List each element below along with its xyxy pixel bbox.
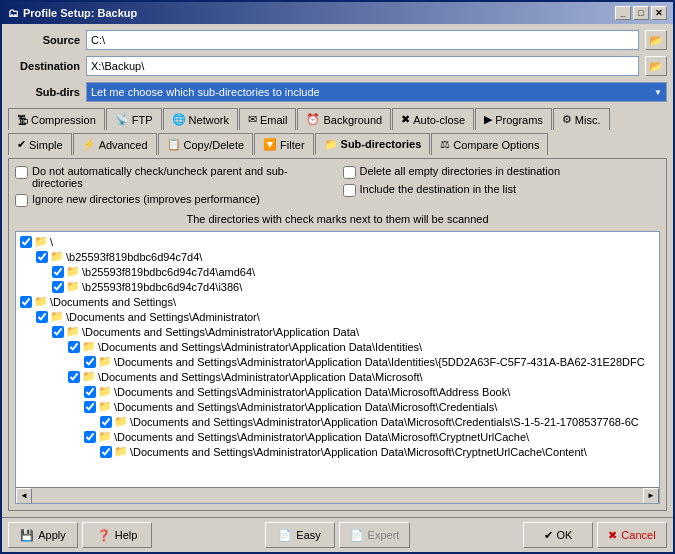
check2-label: Ignore new directories (improves perform… <box>32 193 260 205</box>
network-icon: 🌐 <box>172 113 186 126</box>
check2-input[interactable] <box>15 194 28 207</box>
tree-label-5: \Documents and Settings\Administrator\ <box>66 311 260 323</box>
main-window: 🗂 Profile Setup: Backup _ □ ✕ Source 📂 D… <box>0 0 675 554</box>
source-row: Source 📂 <box>8 30 667 50</box>
tree-check-14[interactable] <box>100 446 112 458</box>
apply-button[interactable]: 💾 Apply <box>8 522 78 548</box>
tab-compression-label: Compression <box>31 114 96 126</box>
tree-label-7: \Documents and Settings\Administrator\Ap… <box>98 341 422 353</box>
help-label: Help <box>115 529 138 541</box>
tab-filter-label: Filter <box>280 139 304 151</box>
tree-check-5[interactable] <box>36 311 48 323</box>
subdirs-dropdown-arrow: ▼ <box>654 88 662 97</box>
tab-network-label: Network <box>189 114 229 126</box>
tab-ftp-label: FTP <box>132 114 153 126</box>
tab-network[interactable]: 🌐 Network <box>163 108 238 130</box>
tree-label-4: \Documents and Settings\ <box>50 296 176 308</box>
check3-row: Delete all empty directories in destinat… <box>343 165 661 179</box>
tree-item-12: 📁 \Documents and Settings\Administrator\… <box>18 414 657 429</box>
expert-button[interactable]: 📄 Expert <box>339 522 411 548</box>
tree-check-8[interactable] <box>84 356 96 368</box>
close-button[interactable]: ✕ <box>651 6 667 20</box>
h-scrollbar[interactable]: ◄ ► <box>16 487 659 503</box>
checkbox-col-right: Delete all empty directories in destinat… <box>343 165 661 207</box>
tree-check-6[interactable] <box>52 326 64 338</box>
subdirectories-icon: 📁 <box>324 138 338 151</box>
tabs-row1: 🗜 Compression 📡 FTP 🌐 Network ✉ Email ⏰ … <box>8 108 667 130</box>
tab-copydelete[interactable]: 📋 Copy/Delete <box>158 133 254 155</box>
tree-check-4[interactable] <box>20 296 32 308</box>
tree-check-11[interactable] <box>84 401 96 413</box>
autoclose-icon: ✖ <box>401 113 410 126</box>
destination-row: Destination 📂 <box>8 56 667 76</box>
tree-check-2[interactable] <box>52 266 64 278</box>
folder-icon-4: 📁 <box>34 295 48 308</box>
folder-icon-8: 📁 <box>98 355 112 368</box>
tree-check-1[interactable] <box>36 251 48 263</box>
tab-autoclose-label: Auto-close <box>413 114 465 126</box>
tree-label-6: \Documents and Settings\Administrator\Ap… <box>82 326 359 338</box>
check1-input[interactable] <box>15 166 28 179</box>
ok-button[interactable]: ✔ OK <box>523 522 593 548</box>
tree-check-root[interactable] <box>20 236 32 248</box>
easy-button[interactable]: 📄 Easy <box>265 522 335 548</box>
tree-check-12[interactable] <box>100 416 112 428</box>
check2-row: Ignore new directories (improves perform… <box>15 193 333 207</box>
tree-item-2: 📁 \b25593f819bdbc6d94c7d4\amd64\ <box>18 264 657 279</box>
tree-item-9: 📁 \Documents and Settings\Administrator\… <box>18 369 657 384</box>
tree-item-14: 📁 \Documents and Settings\Administrator\… <box>18 444 657 459</box>
tree-item-6: 📁 \Documents and Settings\Administrator\… <box>18 324 657 339</box>
scroll-left-button[interactable]: ◄ <box>16 488 32 504</box>
tree-check-9[interactable] <box>68 371 80 383</box>
tab-ftp[interactable]: 📡 FTP <box>106 108 162 130</box>
tab-email-label: Email <box>260 114 288 126</box>
tab-misc[interactable]: ⚙ Misc. <box>553 108 610 130</box>
background-icon: ⏰ <box>306 113 320 126</box>
tab-advanced[interactable]: ⚡ Advanced <box>73 133 157 155</box>
compression-icon: 🗜 <box>17 114 28 126</box>
tree-item-1: 📁 \b25593f819bdbc6d94c7d4\ <box>18 249 657 264</box>
cancel-button[interactable]: ✖ Cancel <box>597 522 667 548</box>
folder-icon-11: 📁 <box>98 400 112 413</box>
check3-input[interactable] <box>343 166 356 179</box>
tab-filter[interactable]: 🔽 Filter <box>254 133 313 155</box>
check4-label: Include the destination in the list <box>360 183 517 195</box>
tree-item-3: 📁 \b25593f819bdbc6d94c7d4\i386\ <box>18 279 657 294</box>
subdirs-dropdown[interactable]: Let me choose which sub-directories to i… <box>86 82 667 102</box>
tree-label-12: \Documents and Settings\Administrator\Ap… <box>130 416 639 428</box>
tree-scroll[interactable]: 📁 \ 📁 \b25593f819bdbc6d94c7d4\ 📁 \b25593… <box>16 232 659 487</box>
tab-compareoptions[interactable]: ⚖ Compare Options <box>431 133 548 155</box>
tree-check-7[interactable] <box>68 341 80 353</box>
bottom-bar: 💾 Apply ❓ Help 📄 Easy 📄 Expert ✔ OK <box>2 517 673 552</box>
checkboxes-area: Do not automatically check/uncheck paren… <box>15 165 660 207</box>
check3-label: Delete all empty directories in destinat… <box>360 165 561 177</box>
minimize-button[interactable]: _ <box>615 6 631 20</box>
destination-browse-button[interactable]: 📂 <box>645 56 667 76</box>
destination-input[interactable] <box>86 56 639 76</box>
checkbox-col-left: Do not automatically check/uncheck paren… <box>15 165 333 207</box>
tab-email[interactable]: ✉ Email <box>239 108 297 130</box>
tree-label-8: \Documents and Settings\Administrator\Ap… <box>114 356 645 368</box>
maximize-button[interactable]: □ <box>633 6 649 20</box>
folder-icon-5: 📁 <box>50 310 64 323</box>
tree-label-9: \Documents and Settings\Administrator\Ap… <box>98 371 423 383</box>
tree-check-3[interactable] <box>52 281 64 293</box>
tab-autoclose[interactable]: ✖ Auto-close <box>392 108 474 130</box>
tree-item-5: 📁 \Documents and Settings\Administrator\ <box>18 309 657 324</box>
tab-compression[interactable]: 🗜 Compression <box>8 108 105 130</box>
tree-label-1: \b25593f819bdbc6d94c7d4\ <box>66 251 202 263</box>
tree-check-13[interactable] <box>84 431 96 443</box>
source-input[interactable] <box>86 30 639 50</box>
easy-label: Easy <box>296 529 320 541</box>
tab-programs[interactable]: ▶ Programs <box>475 108 552 130</box>
scroll-right-button[interactable]: ► <box>643 488 659 504</box>
tab-background[interactable]: ⏰ Background <box>297 108 391 130</box>
tab-programs-label: Programs <box>495 114 543 126</box>
help-button[interactable]: ❓ Help <box>82 522 152 548</box>
tab-subdirectories[interactable]: 📁 Sub-directories <box>315 133 431 155</box>
tab-simple[interactable]: ✔ Simple <box>8 133 72 155</box>
source-browse-button[interactable]: 📂 <box>645 30 667 50</box>
tab-simple-label: Simple <box>29 139 63 151</box>
check4-input[interactable] <box>343 184 356 197</box>
tree-check-10[interactable] <box>84 386 96 398</box>
